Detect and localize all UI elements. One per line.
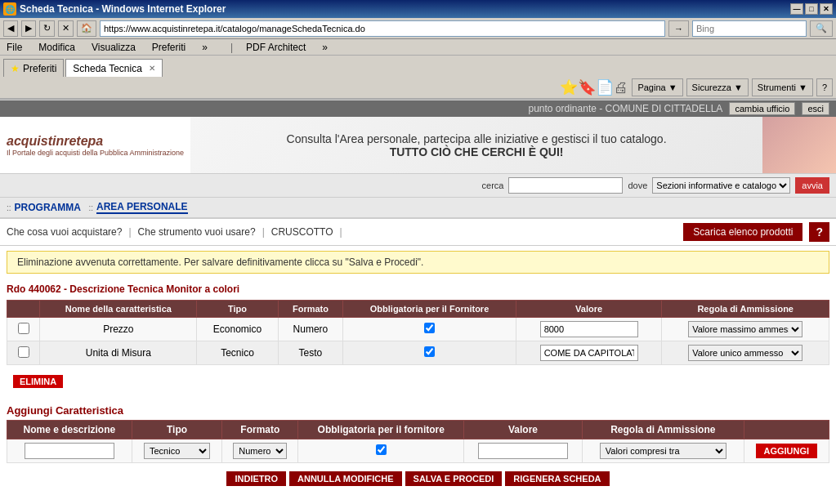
dove-select[interactable]: Sezioni informative e catalogo bbox=[652, 177, 790, 194]
col-nome: Nome della caratteristica bbox=[40, 301, 197, 318]
add-obbligatoria-check[interactable] bbox=[376, 444, 387, 455]
refresh-btn[interactable]: ↻ bbox=[39, 20, 55, 37]
row1-checkbox[interactable] bbox=[18, 323, 29, 334]
rigenera-btn[interactable]: RIGENERA SCHEDA bbox=[505, 471, 609, 486]
address-input[interactable] bbox=[100, 20, 665, 37]
alert-message: Eliminazione avvenuta correttamente. Per… bbox=[7, 251, 829, 274]
title-bar: 🌐 Scheda Tecnica - Windows Internet Expl… bbox=[0, 0, 836, 18]
close-btn[interactable]: ✕ bbox=[820, 3, 833, 15]
annulla-btn[interactable]: ANNULLA MODIFICHE bbox=[289, 471, 402, 486]
top-info-bar: punto ordinante - COMUNE DI CITTADELLA c… bbox=[0, 100, 836, 117]
menu-visualizza[interactable]: Visualizza bbox=[88, 41, 139, 54]
logo-text: acquistinretepa bbox=[7, 134, 184, 149]
menu-more[interactable]: » bbox=[199, 41, 211, 54]
maximize-btn[interactable]: □ bbox=[805, 3, 818, 15]
banner-title: Consulta l'Area personale, partecipa all… bbox=[287, 132, 667, 145]
add-table-row: Tecnico Economico Numero Testo Data bbox=[7, 439, 829, 463]
add-col-formato: Formato bbox=[222, 421, 298, 439]
go-btn[interactable]: → bbox=[668, 20, 689, 37]
add-formato-select[interactable]: Numero Testo Data bbox=[233, 443, 287, 459]
row1-obbligatoria-check[interactable] bbox=[424, 323, 435, 333]
add-formato-cell: Numero Testo Data bbox=[222, 439, 298, 463]
tab-preferiti-label: Preferiti bbox=[23, 63, 56, 74]
help-btn[interactable]: ? bbox=[816, 78, 833, 96]
characteristics-table: Nome della caratteristica Tipo Formato O… bbox=[7, 300, 829, 365]
menu-pdf-more[interactable]: » bbox=[319, 41, 331, 54]
row2-checkbox[interactable] bbox=[18, 346, 29, 358]
search-input[interactable] bbox=[508, 177, 623, 194]
search-bar: cerca dove Sezioni informative e catalog… bbox=[0, 174, 836, 198]
add-regola-select[interactable]: Valori compresi tra Valore massimo ammes… bbox=[600, 443, 726, 459]
row2-valore-input[interactable] bbox=[540, 345, 638, 361]
window-controls: — □ ✕ bbox=[790, 3, 833, 15]
bottom-buttons: INDIETRO ANNULLA MODIFICHE SALVA E PROCE… bbox=[0, 463, 836, 494]
section-title: Rdo 440062 - Descrizione Tecnica Monitor… bbox=[0, 279, 836, 300]
back-btn[interactable]: ◀ bbox=[3, 20, 18, 37]
add-col-regola: Regola di Ammissione bbox=[582, 421, 744, 439]
row2-regola-select[interactable]: Valore massimo ammesso Valore minimo amm… bbox=[688, 345, 802, 361]
salva-btn[interactable]: SALVA E PROCEDI bbox=[405, 471, 503, 486]
strumenti-btn[interactable]: Strumenti ▼ bbox=[752, 78, 813, 96]
col-formato: Formato bbox=[278, 301, 342, 318]
col-valore: Valore bbox=[516, 301, 662, 318]
cambia-ufficio-btn[interactable]: cambia ufficio bbox=[729, 102, 795, 115]
elimina-container: ELIMINA bbox=[0, 365, 836, 398]
row1-tipo: Economico bbox=[197, 318, 279, 341]
address-bar: ◀ ▶ ↻ ✕ 🏠 → 🔍 bbox=[0, 18, 836, 39]
menu-file[interactable]: File bbox=[3, 41, 25, 54]
banner-photo bbox=[762, 117, 836, 173]
row2-tipo: Tecnico bbox=[197, 341, 279, 365]
tab-scheda-tecnica[interactable]: Scheda Tecnica ✕ bbox=[65, 59, 163, 77]
table-row: Prezzo Economico Numero Valore massimo a… bbox=[7, 318, 829, 341]
row1-obbligatoria bbox=[343, 318, 516, 341]
add-action-cell: AGGIUNGI bbox=[744, 439, 829, 463]
forward-btn[interactable]: ▶ bbox=[21, 20, 36, 37]
tab-preferiti[interactable]: ★ Preferiti bbox=[3, 59, 64, 77]
menu-modifica[interactable]: Modifica bbox=[35, 41, 78, 54]
nav-acquistare[interactable]: Che cosa vuoi acquistare? bbox=[7, 226, 122, 238]
bing-search-input[interactable] bbox=[692, 20, 807, 37]
minimize-btn[interactable]: — bbox=[790, 3, 803, 15]
indietro-btn[interactable]: INDIETRO bbox=[226, 471, 286, 486]
nav-programma[interactable]: PROGRAMMA bbox=[15, 202, 81, 213]
add-tipo-cell: Tecnico Economico bbox=[132, 439, 222, 463]
tab-close-icon[interactable]: ✕ bbox=[149, 64, 155, 73]
home-btn[interactable]: 🏠 bbox=[77, 20, 96, 37]
row2-obbligatoria-check[interactable] bbox=[424, 346, 435, 357]
menu-preferiti[interactable]: Preferiti bbox=[149, 41, 189, 54]
add-col-nome: Nome e descrizione bbox=[7, 421, 132, 439]
nav-tabs: :: PROGRAMMA :: AREA PERSONALE bbox=[0, 198, 836, 219]
pagina-btn[interactable]: Pagina ▼ bbox=[632, 78, 682, 96]
toolbar-icons: ⭐🔖📄🖨 bbox=[560, 78, 628, 96]
add-table-header-row: Nome e descrizione Tipo Formato Obbligat… bbox=[7, 421, 829, 439]
col-tipo: Tipo bbox=[197, 301, 279, 318]
add-valore-input[interactable] bbox=[478, 443, 568, 459]
window-title: Scheda Tecnica - Windows Internet Explor… bbox=[20, 3, 226, 15]
add-tipo-select[interactable]: Tecnico Economico bbox=[144, 443, 210, 459]
action-links: Che cosa vuoi acquistare? | Che strument… bbox=[7, 226, 342, 238]
add-nome-input[interactable] bbox=[25, 443, 114, 459]
nav-area-personale[interactable]: AREA PERSONALE bbox=[96, 201, 188, 214]
row1-formato: Numero bbox=[278, 318, 342, 341]
aggiungi-btn[interactable]: AGGIUNGI bbox=[756, 444, 818, 458]
menu-pdf[interactable]: PDF Architect bbox=[243, 41, 309, 54]
comune-info: punto ordinante - COMUNE DI CITTADELLA bbox=[529, 103, 723, 114]
stop-btn[interactable]: ✕ bbox=[58, 20, 74, 37]
esci-btn[interactable]: esci bbox=[802, 102, 829, 115]
programma-marker: :: bbox=[7, 203, 11, 212]
row1-valore-input[interactable] bbox=[540, 321, 638, 337]
ie-icon: 🌐 bbox=[3, 2, 16, 16]
elimina-btn[interactable]: ELIMINA bbox=[13, 375, 63, 388]
avvia-btn[interactable]: avvia bbox=[795, 177, 829, 194]
row1-regola-select[interactable]: Valore massimo ammesso Valore minimo amm… bbox=[688, 321, 802, 337]
sicurezza-btn[interactable]: Sicurezza ▼ bbox=[686, 78, 749, 96]
add-regola-cell: Valori compresi tra Valore massimo ammes… bbox=[582, 439, 744, 463]
row1-nome: Prezzo bbox=[40, 318, 197, 341]
add-nome-cell bbox=[7, 439, 132, 463]
bing-search-btn[interactable]: 🔍 bbox=[810, 20, 833, 37]
scarica-btn[interactable]: Scarica elenco prodotti bbox=[683, 223, 802, 241]
menu-bar: File Modifica Visualizza Preferiti » | P… bbox=[0, 39, 836, 56]
nav-strumento[interactable]: Che strumento vuoi usare? bbox=[138, 226, 256, 238]
nav-cruscotto[interactable]: CRUSCOTTO bbox=[271, 226, 333, 238]
help-icon-btn[interactable]: ? bbox=[809, 222, 829, 242]
